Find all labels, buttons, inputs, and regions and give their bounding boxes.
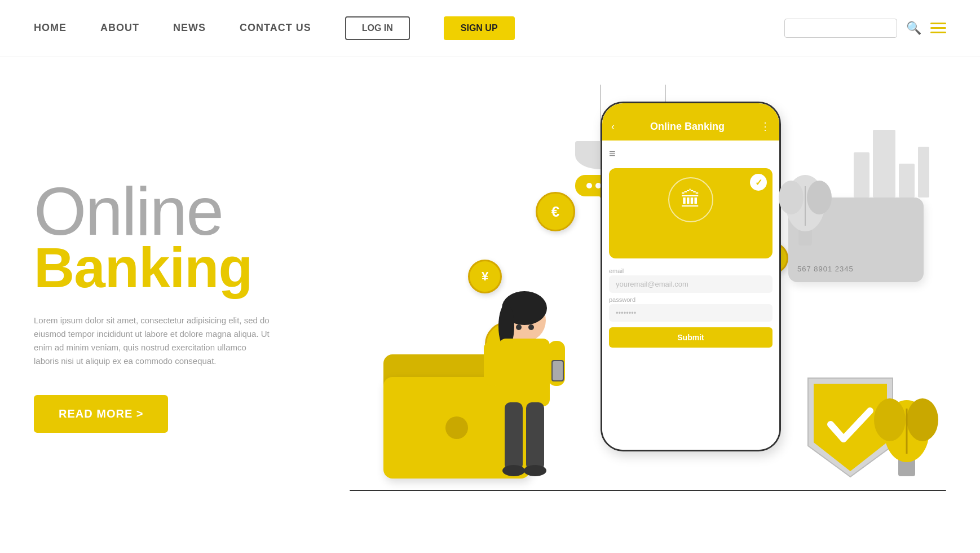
building-2	[873, 130, 895, 198]
password-label: password	[609, 296, 772, 303]
search-icon[interactable]: 🔍	[906, 21, 921, 36]
card-number: 567 8901 2345	[797, 265, 915, 273]
phone-submit-button[interactable]: Submit	[609, 327, 772, 348]
hero-description: Lorem ipsum dolor sit amet, consectetur …	[34, 314, 271, 368]
search-input[interactable]	[784, 19, 897, 38]
building-4	[918, 147, 929, 198]
wallet-snap	[445, 416, 468, 439]
coin-euro: €	[536, 192, 575, 231]
nav-contact[interactable]: CONTACT US	[240, 22, 311, 34]
ground-line	[350, 490, 946, 491]
main-content: Online Banking Lorem ipsum dolor sit ame…	[0, 56, 980, 553]
header-right: 🔍	[784, 19, 946, 38]
phone-form: email youremail@email.com password •••••…	[609, 263, 772, 352]
hero-left: Online Banking Lorem ipsum dolor sit ame…	[34, 177, 327, 433]
nav-news[interactable]: NEWS	[173, 22, 206, 34]
phone-screen-title: Online Banking	[620, 121, 754, 133]
svg-point-13	[528, 324, 534, 330]
phone-hamburger-icon: ≡	[609, 147, 772, 160]
svg-point-10	[502, 465, 525, 476]
svg-point-11	[524, 465, 546, 476]
nav-about[interactable]: ABOUT	[100, 22, 139, 34]
phone-header: ‹ Online Banking ⋮	[602, 103, 779, 141]
chat-dot-1	[586, 183, 592, 188]
plant-right-svg	[873, 375, 941, 488]
phone-menu-dots: ⋮	[760, 120, 770, 133]
login-button[interactable]: LOG IN	[345, 16, 410, 40]
svg-rect-7	[553, 361, 563, 380]
svg-point-22	[807, 181, 832, 214]
svg-rect-3	[499, 339, 550, 406]
menu-bar-2	[930, 27, 946, 29]
svg-rect-8	[505, 402, 523, 470]
phone-device: • • • ▲ ‹ Online Banking ⋮ ≡ 🏛 ✓	[601, 102, 781, 451]
svg-rect-9	[526, 402, 544, 470]
menu-bar-3	[930, 32, 946, 33]
building-3	[899, 164, 915, 198]
hero-illustration: € ¥ $ £	[327, 85, 946, 525]
svg-point-12	[516, 324, 522, 330]
bank-icon-circle: 🏛	[668, 177, 713, 222]
svg-point-21	[779, 181, 804, 214]
svg-point-16	[874, 398, 906, 441]
svg-point-17	[907, 398, 938, 441]
header: HOME ABOUT NEWS CONTACT US LOG IN SIGN U…	[0, 0, 980, 56]
password-field-display: ••••••••	[609, 304, 772, 322]
svg-rect-4	[484, 341, 501, 386]
phone-screen: ‹ Online Banking ⋮ ≡ 🏛 ✓ email youremail…	[602, 103, 779, 450]
nav-home[interactable]: HOME	[34, 22, 67, 34]
plant-background	[777, 152, 833, 256]
woman-figure	[468, 287, 581, 490]
phone-back-icon: ‹	[611, 121, 615, 133]
email-label: email	[609, 267, 772, 274]
menu-bar-1	[930, 23, 946, 24]
bank-card: 🏛 ✓	[609, 168, 772, 258]
email-field-display: youremail@email.com	[609, 275, 772, 293]
main-nav: HOME ABOUT NEWS CONTACT US LOG IN SIGN U…	[34, 16, 784, 40]
menu-icon[interactable]	[930, 23, 946, 33]
signup-button[interactable]: SIGN UP	[444, 16, 515, 40]
hero-title-online: Online	[34, 177, 327, 245]
read-more-button[interactable]: READ MORE >	[34, 395, 168, 433]
background-buildings	[854, 130, 929, 198]
building-1	[854, 152, 869, 198]
plant-background-svg	[777, 152, 833, 254]
phone-body: ≡ 🏛 ✓ email youremail@email.com password…	[602, 141, 779, 359]
hero-title-banking: Banking	[34, 239, 327, 296]
bank-building-icon: 🏛	[681, 188, 701, 212]
check-badge: ✓	[750, 174, 767, 191]
plant-right	[873, 375, 941, 490]
